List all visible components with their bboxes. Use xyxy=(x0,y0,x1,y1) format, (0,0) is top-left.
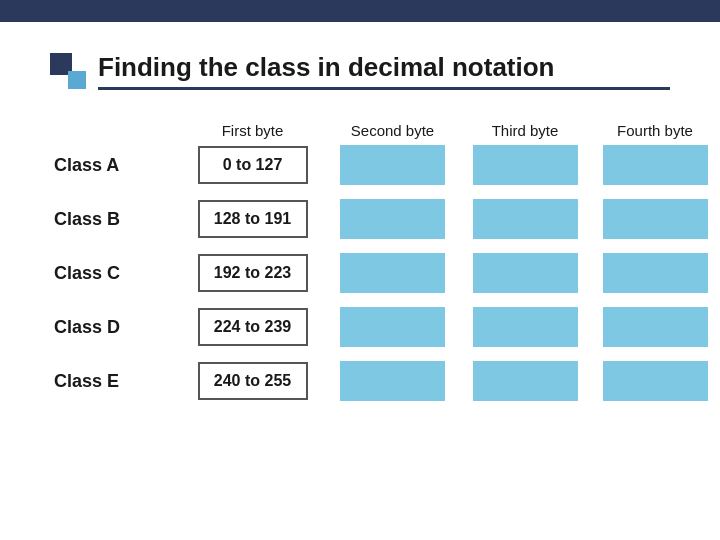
blue-fill-box xyxy=(340,253,445,293)
blue-fill-box xyxy=(340,145,445,185)
col-header-fourth-byte: Fourth byte xyxy=(590,122,720,139)
class-a-range-cell: 0 to 127 xyxy=(180,146,325,184)
class-d-fourth-byte xyxy=(590,307,720,347)
class-d-range-cell: 224 to 239 xyxy=(180,308,325,346)
blue-fill-box xyxy=(473,253,578,293)
class-a-range-box: 0 to 127 xyxy=(198,146,308,184)
blue-fill-box xyxy=(473,199,578,239)
page-title: Finding the class in decimal notation xyxy=(98,52,555,82)
blue-fill-box xyxy=(603,199,708,239)
blue-fill-box xyxy=(340,307,445,347)
class-e-third-byte xyxy=(460,361,590,401)
class-a-fourth-byte xyxy=(590,145,720,185)
blue-fill-box xyxy=(473,361,578,401)
class-d-range-box: 224 to 239 xyxy=(198,308,308,346)
blue-fill-box xyxy=(473,145,578,185)
class-b-range-cell: 128 to 191 xyxy=(180,200,325,238)
blue-fill-box xyxy=(603,361,708,401)
blue-fill-box xyxy=(603,253,708,293)
class-c-range-box: 192 to 223 xyxy=(198,254,308,292)
class-c-second-byte xyxy=(325,253,460,293)
blue-fill-box xyxy=(603,145,708,185)
blue-fill-box xyxy=(340,199,445,239)
class-table: First byte Second byte Third byte Fourth… xyxy=(50,122,670,401)
col-header-third-byte: Third byte xyxy=(460,122,590,139)
col-header-class xyxy=(50,122,180,139)
table-header-row: First byte Second byte Third byte Fourth… xyxy=(50,122,670,139)
class-e-range-cell: 240 to 255 xyxy=(180,362,325,400)
table-row: Class B 128 to 191 xyxy=(50,199,670,239)
class-e-label: Class E xyxy=(50,371,180,392)
blue-fill-box xyxy=(340,361,445,401)
class-a-second-byte xyxy=(325,145,460,185)
blue-fill-box xyxy=(473,307,578,347)
class-c-third-byte xyxy=(460,253,590,293)
class-b-label: Class B xyxy=(50,209,180,230)
class-c-fourth-byte xyxy=(590,253,720,293)
class-d-third-byte xyxy=(460,307,590,347)
class-a-third-byte xyxy=(460,145,590,185)
main-content: Finding the class in decimal notation Fi… xyxy=(0,22,720,540)
class-d-label: Class D xyxy=(50,317,180,338)
blue-fill-box xyxy=(603,307,708,347)
col-header-second-byte: Second byte xyxy=(325,122,460,139)
col-header-first-byte: First byte xyxy=(180,122,325,139)
class-b-fourth-byte xyxy=(590,199,720,239)
class-b-third-byte xyxy=(460,199,590,239)
class-e-second-byte xyxy=(325,361,460,401)
title-underline: Finding the class in decimal notation xyxy=(98,52,670,90)
class-d-second-byte xyxy=(325,307,460,347)
class-b-second-byte xyxy=(325,199,460,239)
blue-square-icon xyxy=(68,71,86,89)
class-c-label: Class C xyxy=(50,263,180,284)
title-icon xyxy=(50,53,86,89)
table-row: Class D 224 to 239 xyxy=(50,307,670,347)
class-e-range-box: 240 to 255 xyxy=(198,362,308,400)
title-section: Finding the class in decimal notation xyxy=(50,52,670,94)
class-a-label: Class A xyxy=(50,155,180,176)
table-row: Class A 0 to 127 xyxy=(50,145,670,185)
class-b-range-box: 128 to 191 xyxy=(198,200,308,238)
class-c-range-cell: 192 to 223 xyxy=(180,254,325,292)
class-e-fourth-byte xyxy=(590,361,720,401)
top-bar xyxy=(0,0,720,22)
table-row: Class C 192 to 223 xyxy=(50,253,670,293)
table-row: Class E 240 to 255 xyxy=(50,361,670,401)
